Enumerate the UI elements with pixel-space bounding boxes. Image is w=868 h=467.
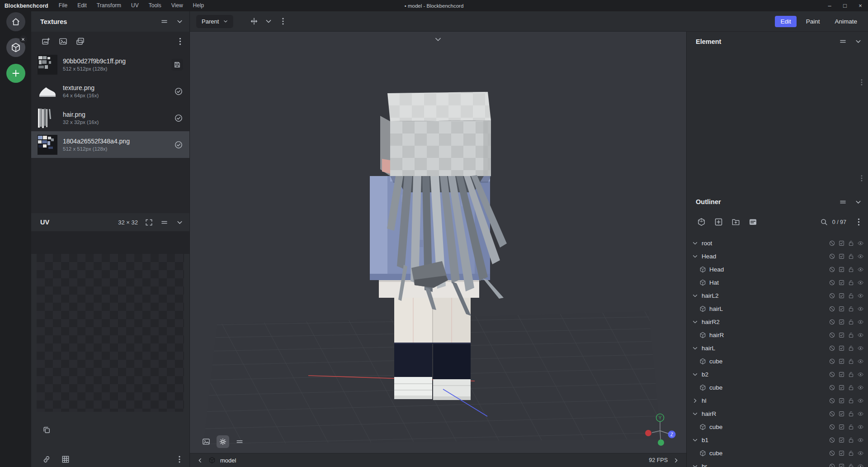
- viewport-menu-icon[interactable]: [235, 437, 244, 446]
- autouv-toggle-icon[interactable]: [838, 410, 845, 417]
- panel-drag-icon[interactable]: [160, 218, 169, 227]
- visibility-toggle-icon[interactable]: [857, 266, 864, 273]
- visibility-toggle-icon[interactable]: [857, 332, 864, 338]
- visibility-toggle-icon[interactable]: [857, 279, 864, 286]
- autouv-toggle-icon[interactable]: [838, 397, 845, 404]
- transform-tool-icon[interactable]: [250, 17, 259, 26]
- visibility-toggle-icon[interactable]: [857, 371, 864, 378]
- export-toggle-icon[interactable]: [829, 437, 835, 443]
- menu-edit[interactable]: Edit: [72, 0, 92, 11]
- create-texture-icon[interactable]: [58, 37, 68, 46]
- link-uv-icon[interactable]: [42, 455, 51, 464]
- texture-item[interactable]: 1804a26552f348a4.png 512 x 512px (128x): [31, 131, 189, 158]
- export-toggle-icon[interactable]: [829, 345, 835, 352]
- export-toggle-icon[interactable]: [829, 279, 835, 286]
- outliner-row[interactable]: hairL: [687, 342, 868, 355]
- outliner-row[interactable]: hairL2: [687, 289, 868, 302]
- visibility-toggle-icon[interactable]: [857, 253, 864, 260]
- lock-toggle-icon[interactable]: [848, 410, 854, 417]
- mode-tab-paint[interactable]: Paint: [801, 16, 826, 27]
- export-toggle-icon[interactable]: [829, 292, 835, 299]
- export-toggle-icon[interactable]: [829, 253, 835, 260]
- chevron-down-icon[interactable]: [175, 218, 184, 227]
- visibility-toggle-icon[interactable]: [857, 450, 864, 457]
- chevron-down-icon[interactable]: [691, 292, 699, 300]
- texture-item[interactable]: texture.png 64 x 64px (16x): [31, 78, 189, 105]
- lock-toggle-icon[interactable]: [848, 266, 854, 273]
- tab-scroll-left-icon[interactable]: [196, 457, 204, 464]
- visibility-toggle-icon[interactable]: [857, 463, 864, 467]
- chevron-down-icon[interactable]: [854, 37, 863, 46]
- visibility-toggle-icon[interactable]: [857, 397, 864, 404]
- visibility-toggle-icon[interactable]: [857, 240, 864, 247]
- cube-icon[interactable]: [699, 305, 707, 313]
- panel-drag-icon[interactable]: [160, 17, 169, 26]
- texture-enabled-icon[interactable]: [174, 114, 183, 123]
- lock-toggle-icon[interactable]: [848, 463, 854, 467]
- visibility-toggle-icon[interactable]: [857, 305, 864, 312]
- export-toggle-icon[interactable]: [829, 371, 835, 378]
- chevron-down-icon[interactable]: [854, 198, 863, 206]
- cube-icon[interactable]: [699, 384, 707, 391]
- close-button[interactable]: ×: [853, 0, 868, 11]
- chevron-down-icon[interactable]: [691, 410, 699, 418]
- view-gizmo[interactable]: Y Z: [645, 414, 676, 446]
- element-overflow-menu-icon[interactable]: [858, 78, 866, 86]
- export-toggle-icon[interactable]: [829, 240, 835, 247]
- texture-item[interactable]: hair.png 32 x 32px (16x): [31, 105, 189, 131]
- export-toggle-icon[interactable]: [829, 332, 835, 338]
- outliner-row[interactable]: root: [687, 237, 868, 250]
- export-toggle-icon[interactable]: [829, 266, 835, 273]
- visibility-toggle-icon[interactable]: [857, 292, 864, 299]
- outliner-row[interactable]: Head: [687, 250, 868, 263]
- autouv-toggle-icon[interactable]: [838, 240, 845, 247]
- minimize-button[interactable]: –: [822, 0, 837, 11]
- tab-scroll-right-icon[interactable]: [672, 457, 680, 464]
- search-icon[interactable]: [820, 218, 828, 226]
- outliner-row[interactable]: cube: [687, 355, 868, 368]
- maximize-button[interactable]: □: [837, 0, 853, 11]
- outliner-row[interactable]: cube: [687, 420, 868, 434]
- home-button[interactable]: [6, 12, 25, 31]
- mode-tab-edit[interactable]: Edit: [775, 16, 796, 27]
- fullscreen-icon[interactable]: [145, 218, 153, 227]
- tool-dropdown-chevron-icon[interactable]: [264, 17, 273, 26]
- uv-editor-canvas[interactable]: [37, 254, 184, 412]
- menu-uv[interactable]: UV: [126, 0, 144, 11]
- parent-dropdown[interactable]: Parent: [196, 15, 233, 28]
- close-tab-button[interactable]: [19, 35, 27, 43]
- panel-drag-icon[interactable]: [839, 37, 847, 46]
- autouv-toggle-icon[interactable]: [838, 437, 845, 443]
- menu-help[interactable]: Help: [188, 0, 209, 11]
- chevron-down-icon[interactable]: [691, 344, 699, 352]
- model-3d[interactable]: [370, 92, 507, 400]
- gizmo-x-node[interactable]: [645, 430, 651, 436]
- lock-toggle-icon[interactable]: [848, 437, 854, 443]
- lock-toggle-icon[interactable]: [848, 332, 854, 338]
- autouv-toggle-icon[interactable]: [838, 253, 845, 260]
- toolbar-menu-icon[interactable]: [278, 17, 288, 26]
- outliner-row[interactable]: hairR2: [687, 315, 868, 329]
- background-image-icon[interactable]: [202, 437, 211, 446]
- autouv-toggle-icon[interactable]: [838, 463, 845, 467]
- chevron-down-icon[interactable]: [691, 318, 699, 326]
- new-model-button[interactable]: [6, 64, 25, 83]
- lock-toggle-icon[interactable]: [848, 450, 854, 457]
- uv-menu-icon[interactable]: [175, 455, 184, 464]
- chevron-right-icon[interactable]: [691, 397, 699, 405]
- cube-icon[interactable]: [699, 266, 707, 273]
- outliner-row[interactable]: hairR: [687, 407, 868, 420]
- export-toggle-icon[interactable]: [829, 463, 835, 467]
- autouv-toggle-icon[interactable]: [838, 305, 845, 312]
- texture-gallery-icon[interactable]: [75, 37, 85, 46]
- outliner-row[interactable]: hairR: [687, 329, 868, 342]
- collapse-toolbar-icon[interactable]: [433, 34, 443, 44]
- visibility-toggle-icon[interactable]: [857, 384, 864, 391]
- lock-toggle-icon[interactable]: [848, 345, 854, 352]
- autouv-toggle-icon[interactable]: [838, 384, 845, 391]
- visibility-toggle-icon[interactable]: [857, 424, 864, 430]
- grid-toggle-icon[interactable]: [61, 455, 70, 464]
- autouv-toggle-icon[interactable]: [838, 292, 845, 299]
- export-toggle-icon[interactable]: [829, 319, 835, 325]
- lock-toggle-icon[interactable]: [848, 358, 854, 365]
